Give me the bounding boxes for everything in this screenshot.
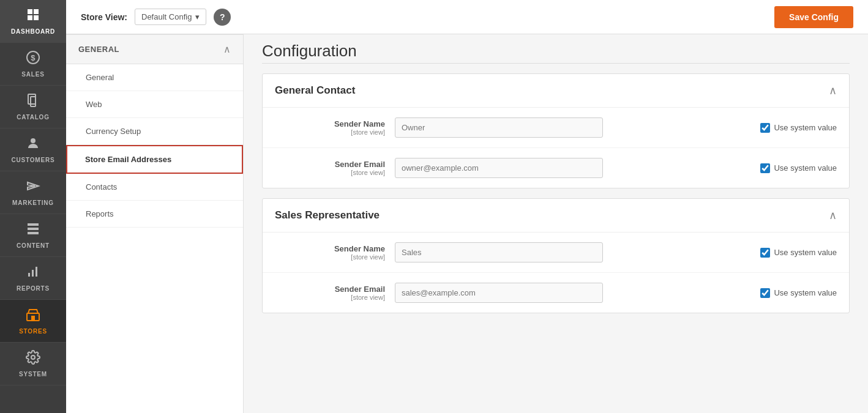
sales-rep-sender-name-row: Sender Name [store view] Use system valu… [263, 233, 849, 273]
sender-name-label: Sender Name [275, 119, 385, 128]
sales-sender-email-system-value: Use system value [760, 288, 837, 298]
sender-email-sublabel: [store view] [275, 169, 385, 176]
general-contact-title: General Contact [275, 84, 355, 97]
sales-rep-header[interactable]: Sales Representative ∧ [263, 199, 849, 233]
content-icon [26, 221, 40, 240]
left-nav-item-web[interactable]: Web [66, 91, 243, 118]
chevron-down-icon: ▾ [195, 12, 200, 21]
sales-rep-section: Sales Representative ∧ Sender Name [stor… [262, 198, 850, 313]
sender-name-label-area: Sender Name [store view] [275, 119, 385, 136]
general-contact-section: General Contact ∧ Sender Name [store vie… [262, 73, 850, 188]
general-contact-sender-name-row: Sender Name [store view] Use system valu… [263, 108, 849, 148]
svg-rect-3 [34, 15, 39, 20]
svg-rect-9 [28, 223, 39, 226]
left-nav-item-currency-setup[interactable]: Currency Setup [66, 118, 243, 145]
general-contact-toggle-icon[interactable]: ∧ [829, 84, 837, 97]
reports-icon [26, 264, 40, 283]
stores-icon [26, 307, 40, 326]
sales-sender-email-system-label: Use system value [774, 288, 837, 297]
sender-email-system-value: Use system value [760, 163, 837, 173]
sidebar-label-system: SYSTEM [19, 371, 47, 378]
sidebar: DASHBOARD $ SALES CATALOG CUSTOMERS MARK… [0, 0, 66, 413]
svg-text:$: $ [31, 53, 36, 62]
customers-icon [26, 136, 40, 154]
marketing-icon [26, 179, 40, 197]
sidebar-label-dashboard: DASHBOARD [11, 28, 55, 35]
sales-sender-name-input[interactable] [395, 242, 603, 262]
sender-name-checkbox[interactable] [760, 123, 770, 133]
svg-rect-12 [28, 273, 30, 277]
svg-rect-2 [28, 15, 32, 20]
sales-sender-email-checkbox[interactable] [760, 288, 770, 298]
sender-name-system-label: Use system value [774, 123, 837, 132]
sidebar-item-marketing[interactable]: MARKETING [0, 171, 66, 214]
dashboard-icon [26, 7, 40, 26]
sidebar-label-reports: REPORTS [17, 285, 50, 292]
sender-email-input[interactable] [395, 158, 603, 178]
chevron-up-icon: ∧ [223, 43, 231, 55]
sales-sender-name-system-value: Use system value [760, 248, 837, 258]
sidebar-label-sales: SALES [21, 71, 44, 78]
sales-sender-email-sublabel: [store view] [275, 294, 385, 301]
sales-sender-email-label-area: Sender Email [store view] [275, 285, 385, 301]
sender-email-label-area: Sender Email [store view] [275, 160, 385, 176]
sender-name-sublabel: [store view] [275, 128, 385, 136]
sidebar-item-sales[interactable]: $ SALES [0, 43, 66, 86]
sidebar-item-catalog[interactable]: CATALOG [0, 86, 66, 128]
left-nav: GENERAL ∧ General Web Currency Setup Sto… [66, 34, 244, 413]
sidebar-label-catalog: CATALOG [17, 114, 50, 121]
content-area: GENERAL ∧ General Web Currency Setup Sto… [66, 34, 868, 413]
sales-sender-name-system-label: Use system value [774, 248, 837, 257]
sidebar-item-reports[interactable]: REPORTS [0, 257, 66, 300]
sidebar-item-stores[interactable]: STORES [0, 300, 66, 343]
general-contact-sender-email-row: Sender Email [store view] Use system val… [263, 148, 849, 188]
sales-icon: $ [26, 50, 40, 69]
svg-rect-6 [28, 94, 36, 104]
sidebar-item-dashboard[interactable]: DASHBOARD [0, 0, 66, 43]
left-nav-section-title: GENERAL [78, 45, 119, 54]
sender-name-system-value: Use system value [760, 123, 837, 133]
sales-rep-sender-email-row: Sender Email [store view] Use system val… [263, 273, 849, 313]
svg-point-8 [31, 138, 36, 143]
svg-rect-11 [28, 232, 39, 234]
left-nav-section-general[interactable]: GENERAL ∧ [66, 34, 243, 64]
left-nav-item-reports[interactable]: Reports [66, 201, 243, 228]
save-config-button[interactable]: Save Config [774, 6, 853, 28]
help-icon[interactable]: ? [214, 9, 231, 26]
store-view-select[interactable]: Default Config ▾ [135, 9, 206, 25]
svg-rect-14 [36, 267, 37, 277]
store-view-label: Store View: [81, 12, 127, 22]
left-nav-item-store-email[interactable]: Store Email Addresses [66, 145, 243, 174]
left-nav-item-contacts[interactable]: Contacts [66, 174, 243, 201]
svg-rect-0 [28, 9, 32, 14]
svg-point-17 [31, 355, 35, 359]
sender-email-label: Sender Email [275, 160, 385, 169]
sales-sender-email-label: Sender Email [275, 285, 385, 294]
main-content: Store View: Default Config ▾ ? Save Conf… [66, 0, 868, 413]
sales-sender-email-input[interactable] [395, 283, 603, 303]
sender-email-system-label: Use system value [774, 163, 837, 173]
sender-name-input[interactable] [395, 117, 603, 138]
svg-rect-13 [32, 270, 34, 277]
sales-sender-name-checkbox[interactable] [760, 248, 770, 258]
svg-rect-1 [34, 9, 39, 14]
sales-rep-title: Sales Representative [275, 209, 380, 221]
sales-sender-name-sublabel: [store view] [275, 253, 385, 261]
general-contact-header[interactable]: General Contact ∧ [263, 74, 849, 108]
sidebar-item-customers[interactable]: CUSTOMERS [0, 128, 66, 171]
sidebar-label-customers: CUSTOMERS [12, 157, 55, 163]
sales-rep-toggle-icon[interactable]: ∧ [829, 209, 837, 222]
sidebar-label-content: CONTENT [17, 242, 50, 249]
sidebar-item-system[interactable]: SYSTEM [0, 343, 66, 385]
sidebar-label-stores: STORES [19, 328, 47, 335]
sidebar-item-content[interactable]: CONTENT [0, 214, 66, 257]
store-view-value: Default Config [141, 12, 192, 21]
sidebar-label-marketing: MARKETING [12, 199, 54, 206]
svg-rect-16 [31, 316, 35, 321]
svg-rect-10 [28, 228, 39, 230]
left-nav-item-general[interactable]: General [66, 64, 243, 91]
system-icon [26, 350, 40, 368]
right-panel: Configuration General Contact ∧ Sender N… [244, 34, 868, 413]
store-view-area: Store View: Default Config ▾ ? [81, 9, 231, 26]
sender-email-checkbox[interactable] [760, 163, 770, 173]
